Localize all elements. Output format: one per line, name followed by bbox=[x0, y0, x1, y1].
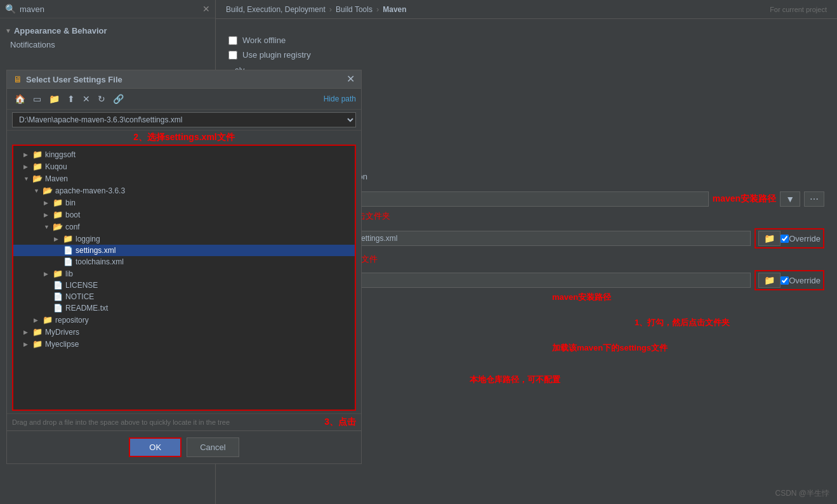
tree-item-label: settings.xml bbox=[76, 246, 115, 255]
dialog-titlebar: 🖥 Select User Settings File ✕ bbox=[7, 70, 361, 89]
tree-item-readme[interactable]: 📄 README.txt bbox=[13, 302, 355, 314]
maven-dropdown-btn[interactable]: ▼ bbox=[780, 191, 800, 207]
expand-icon: ▶ bbox=[23, 329, 30, 335]
search-bar: 🔍 ✕ bbox=[0, 0, 215, 18]
expand-icon: ▶ bbox=[23, 152, 30, 158]
tree-item-label: kinggsoft bbox=[45, 150, 76, 159]
expand-icon: ▶ bbox=[44, 212, 50, 218]
folder-icon: 📁 bbox=[53, 210, 63, 219]
for-project-label: For current project bbox=[770, 6, 827, 13]
plugin-registry-label: Use plugin registry bbox=[242, 50, 311, 60]
work-offline-label: Work offline bbox=[242, 36, 286, 45]
path-dropdown-row: D:\Maven\apache-maven-3.6.3\conf\setting… bbox=[7, 110, 361, 131]
tree-item-label: Maven bbox=[45, 174, 68, 183]
tree-item-label: MyDrivers bbox=[45, 328, 79, 337]
tree-item-logging[interactable]: ▶ 📁 logging bbox=[13, 233, 355, 245]
file-icon-license: 📄 bbox=[53, 281, 63, 290]
tree-item-bin[interactable]: ▶ 📁 bin bbox=[13, 197, 355, 209]
annotation-step2: 2、选择settings.xml文件 bbox=[7, 131, 361, 145]
sidebar-tree: ▼ Appearance & Behavior Notifications bbox=[0, 18, 215, 56]
tree-item-maven[interactable]: ▼ 📂 Maven bbox=[13, 172, 355, 184]
maven-path-annotation: maven安装路径 bbox=[713, 193, 776, 205]
dialog-buttons: OK Cancel bbox=[7, 430, 361, 463]
sidebar-item-appearance[interactable]: ▼ Appearance & Behavior bbox=[0, 23, 215, 38]
file-chooser-dialog: 🖥 Select User Settings File ✕ 🏠 ▭ 📁 ⬆ ✕ … bbox=[6, 70, 362, 464]
tree-item-label: toolchains.xml bbox=[76, 257, 124, 266]
toolbar-link-btn[interactable]: 🔗 bbox=[110, 93, 126, 105]
settings-override-group: 📁 Override bbox=[755, 228, 824, 249]
cancel-button[interactable]: Cancel bbox=[187, 437, 239, 457]
tree-item-label: NOTICE bbox=[65, 292, 94, 301]
toolbar-refresh-btn[interactable]: ↻ bbox=[95, 93, 108, 105]
tree-item-label: LICENSE bbox=[65, 281, 98, 290]
tree-item-conf[interactable]: ▼ 📂 conf bbox=[13, 221, 355, 233]
tree-item-settings-xml[interactable]: 📄 settings.xml bbox=[13, 245, 355, 256]
plugin-registry-checkbox[interactable] bbox=[228, 51, 237, 60]
drag-hint: Drag and drop a file into the space abov… bbox=[12, 418, 230, 426]
hide-path-button[interactable]: Hide path bbox=[324, 94, 356, 103]
expand-icon: ▶ bbox=[44, 200, 50, 206]
ok-button[interactable]: OK bbox=[129, 437, 181, 457]
tree-item-notice[interactable]: 📄 NOTICE bbox=[13, 291, 355, 302]
tree-item-license[interactable]: 📄 LICENSE bbox=[13, 280, 355, 291]
expand-icon: ▼ bbox=[34, 188, 40, 194]
tree-item-boot[interactable]: ▶ 📁 boot bbox=[13, 209, 355, 221]
tree-item-kuqou[interactable]: ▶ 📁 Kuqou bbox=[13, 160, 355, 172]
tree-item-label: bin bbox=[65, 198, 76, 207]
expand-icon: ▼ bbox=[23, 176, 30, 182]
tree-item-apache-maven[interactable]: ▼ 📂 apache-maven-3.6.3 bbox=[13, 184, 355, 197]
search-input[interactable] bbox=[20, 4, 199, 14]
breadcrumb-sep2: › bbox=[376, 4, 379, 14]
xml-file-icon2: 📄 bbox=[63, 257, 73, 266]
tree-item-mydrivers[interactable]: ▶ 📁 MyDrivers bbox=[13, 326, 355, 338]
dialog-close-button[interactable]: ✕ bbox=[346, 74, 355, 84]
tree-item-label: Kuqou bbox=[45, 162, 67, 171]
folder-icon: 📁 bbox=[53, 198, 63, 207]
repo-folder-btn[interactable]: 📁 bbox=[758, 273, 781, 288]
toolbar-home-btn[interactable]: 🏠 bbox=[12, 93, 28, 105]
tree-item-kinggsoft[interactable]: ▶ 📁 kinggsoft bbox=[13, 148, 355, 160]
expand-icon: ▶ bbox=[54, 236, 60, 242]
breadcrumb-sep1: › bbox=[329, 4, 332, 14]
settings-override-checkbox[interactable] bbox=[781, 235, 789, 243]
toolbar-delete-btn[interactable]: ✕ bbox=[80, 93, 93, 105]
maven-browse-btn[interactable]: ⋯ bbox=[804, 191, 824, 207]
folder-icon: 📁 bbox=[63, 234, 73, 243]
path-select[interactable]: D:\Maven\apache-maven-3.6.3\conf\setting… bbox=[12, 112, 356, 127]
tree-item-label: boot bbox=[65, 210, 80, 219]
sidebar-label-appearance: Appearance & Behavior bbox=[14, 26, 107, 36]
toolbar-new-folder-btn[interactable]: 📁 bbox=[46, 93, 62, 105]
toolbar-up-btn[interactable]: ⬆ bbox=[65, 93, 77, 105]
expand-icon: ▶ bbox=[23, 341, 30, 347]
tree-item-repository[interactable]: ▶ 📁 repository bbox=[13, 314, 355, 326]
dialog-title: Select User Settings File bbox=[26, 75, 122, 84]
settings-file-folder-btn[interactable]: 📁 bbox=[758, 231, 781, 246]
repo-override-group: 📁 Override bbox=[755, 270, 824, 290]
folder-icon: 📁 bbox=[32, 150, 43, 159]
tree-item-myeclipse[interactable]: ▶ 📁 Myeclipse bbox=[13, 338, 355, 350]
repo-override-checkbox[interactable] bbox=[781, 276, 789, 285]
xml-file-icon: 📄 bbox=[63, 246, 73, 255]
expand-icon: ▶ bbox=[23, 164, 30, 170]
tree-item-label: lib bbox=[65, 269, 73, 278]
sidebar-item-notifications[interactable]: Notifications bbox=[0, 38, 215, 51]
clear-search-button[interactable]: ✕ bbox=[202, 4, 210, 14]
expand-icon: ▶ bbox=[34, 317, 40, 323]
dialog-footer: Drag and drop a file into the space abov… bbox=[7, 413, 361, 430]
folder-icon: 📂 bbox=[53, 222, 63, 231]
breadcrumb-bar: Build, Execution, Deployment › Build Too… bbox=[216, 0, 837, 19]
tree-item-label: Myeclipse bbox=[45, 340, 79, 349]
dialog-icon: 🖥 bbox=[13, 74, 22, 84]
file-tree[interactable]: ▶ 📁 kinggsoft ▶ 📁 Kuqou ▼ 📂 Maven ▼ 📂 ap… bbox=[12, 145, 356, 411]
breadcrumb-build: Build, Execution, Deployment bbox=[226, 5, 326, 14]
toolbar-layout-btn[interactable]: ▭ bbox=[30, 93, 44, 105]
watermark: CSDN @半生悖 bbox=[775, 488, 829, 499]
folder-icon: 📁 bbox=[32, 162, 43, 171]
folder-icon: 📂 bbox=[43, 186, 53, 195]
dialog-toolbar: 🏠 ▭ 📁 ⬆ ✕ ↻ 🔗 Hide path bbox=[7, 89, 361, 110]
tree-item-toolchains-xml[interactable]: 📄 toolchains.xml bbox=[13, 256, 355, 268]
tree-item-lib[interactable]: ▶ 📁 lib bbox=[13, 268, 355, 280]
breadcrumb-tools: Build Tools bbox=[336, 5, 372, 14]
folder-icon: 📁 bbox=[32, 327, 43, 337]
work-offline-checkbox[interactable] bbox=[228, 36, 237, 45]
